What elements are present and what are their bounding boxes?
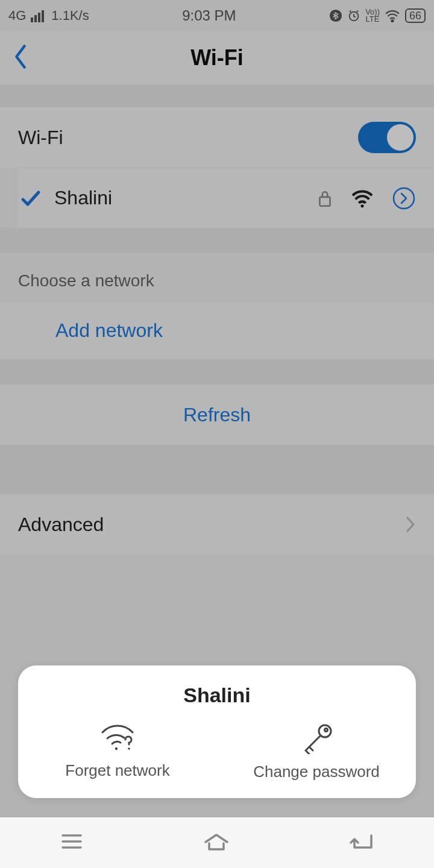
back-outline-icon — [348, 832, 375, 851]
svg-point-10 — [115, 747, 118, 750]
svg-point-13 — [325, 729, 328, 732]
nav-back-button[interactable] — [348, 832, 375, 854]
change-password-button[interactable]: Change password — [217, 722, 416, 781]
wifi-question-icon — [96, 722, 139, 753]
forget-network-button[interactable]: Forget network — [18, 722, 217, 781]
forget-network-label: Forget network — [65, 761, 169, 780]
system-nav-bar — [0, 817, 434, 868]
sheet-title: Shalini — [18, 678, 416, 722]
network-options-sheet: Shalini Forget network Change password — [18, 665, 416, 798]
home-outline-icon — [202, 831, 231, 852]
change-password-label: Change password — [253, 763, 380, 781]
key-icon — [297, 722, 336, 754]
menu-lines-icon — [59, 832, 84, 851]
nav-home-button[interactable] — [202, 831, 231, 854]
nav-recents-button[interactable] — [59, 832, 84, 854]
svg-point-11 — [128, 747, 130, 750]
